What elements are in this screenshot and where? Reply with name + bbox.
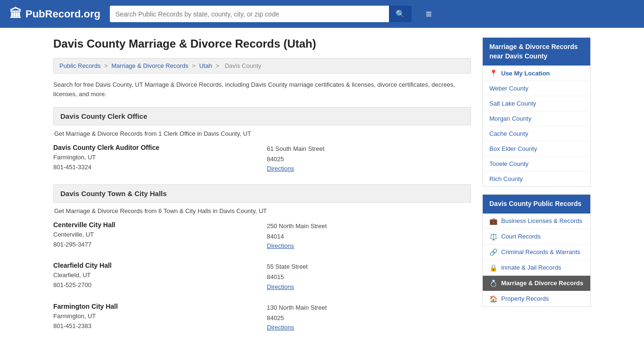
court-records-link[interactable]: Court Records bbox=[501, 233, 541, 240]
sidebar-item-box-elder[interactable]: Box Elder County bbox=[483, 141, 590, 156]
search-button[interactable]: 🔍 bbox=[389, 6, 412, 22]
criminal-icon: 🔗 bbox=[489, 248, 497, 256]
record-entry-farmington: Farmington City Hall Farmington, UT 801-… bbox=[53, 303, 471, 333]
clerk-auditor-city: Farmington, UT bbox=[53, 152, 257, 163]
logo[interactable]: 🏛 PubRecord.org bbox=[9, 7, 100, 21]
property-icon: 🏠 bbox=[489, 295, 497, 303]
morgan-county-link[interactable]: Morgan County bbox=[489, 115, 531, 122]
public-records-box: Davis County Public Records 💼 Business L… bbox=[482, 194, 591, 307]
sidebar-item-criminal[interactable]: 🔗 Criminal Records & Warrants bbox=[483, 245, 590, 260]
clerk-office-header: Davis County Clerk Office bbox=[53, 107, 471, 125]
sidebar-item-tooele[interactable]: Tooele County bbox=[483, 156, 590, 172]
breadcrumb: Public Records > Marriage & Divorce Reco… bbox=[53, 58, 471, 74]
centerville-hall-name: Centerville City Hall bbox=[53, 221, 257, 229]
town-halls-header: Davis County Town & City Halls bbox=[53, 184, 471, 203]
sidebar-item-property[interactable]: 🏠 Property Records bbox=[483, 291, 590, 306]
marriage-records-label: Marriage & Divorce Records bbox=[501, 280, 583, 287]
sidebar-item-salt-lake[interactable]: Salt Lake County bbox=[483, 96, 590, 111]
clearfield-hall-city: Clearfield, UT bbox=[53, 270, 257, 280]
salt-lake-county-link[interactable]: Salt Lake County bbox=[489, 100, 536, 107]
inmate-icon: 🔒 bbox=[489, 264, 497, 272]
breadcrumb-sep-3: > bbox=[216, 62, 221, 69]
logo-icon: 🏛 bbox=[9, 7, 22, 21]
clerk-auditor-directions[interactable]: Directions bbox=[267, 165, 294, 172]
centerville-hall-phone: 801-295-3477 bbox=[53, 241, 257, 248]
content-area: Davis County Marriage & Divorce Records … bbox=[53, 37, 471, 343]
breadcrumb-sep-2: > bbox=[192, 62, 197, 69]
breadcrumb-utah[interactable]: Utah bbox=[199, 62, 212, 69]
farmington-hall-zip: 84025 bbox=[267, 313, 471, 323]
tooele-county-link[interactable]: Tooele County bbox=[489, 160, 528, 167]
sidebar-item-business[interactable]: 💼 Business Licenses & Records bbox=[483, 214, 590, 229]
location-icon: 📍 bbox=[489, 69, 497, 77]
logo-text: PubRecord.org bbox=[25, 8, 100, 20]
centerville-hall-zip: 84014 bbox=[267, 231, 471, 242]
weber-county-link[interactable]: Weber County bbox=[489, 85, 528, 92]
breadcrumb-public-records[interactable]: Public Records bbox=[59, 62, 100, 69]
sidebar-item-cache[interactable]: Cache County bbox=[483, 126, 590, 141]
clearfield-hall-directions[interactable]: Directions bbox=[267, 283, 294, 290]
town-halls-desc: Get Marriage & Divorce Records from 6 To… bbox=[53, 207, 471, 214]
sidebar-item-morgan[interactable]: Morgan County bbox=[483, 111, 590, 126]
sidebar-item-marriage[interactable]: 💍 Marriage & Divorce Records bbox=[483, 276, 590, 291]
use-location-link[interactable]: Use My Location bbox=[501, 70, 550, 77]
clearfield-hall-street: 55 State Street bbox=[267, 262, 471, 272]
nearby-box: Marriage & Divorce Records near Davis Co… bbox=[482, 37, 591, 187]
property-records-link[interactable]: Property Records bbox=[501, 295, 549, 302]
record-entry-clerk-auditor: Davis County Clerk Auditor Office Farmin… bbox=[53, 144, 471, 174]
inmate-records-link[interactable]: Inmate & Jail Records bbox=[501, 264, 561, 271]
sidebar: Marriage & Divorce Records near Davis Co… bbox=[482, 37, 591, 343]
clearfield-hall-name: Clearfield City Hall bbox=[53, 262, 257, 269]
centerville-hall-directions[interactable]: Directions bbox=[267, 242, 294, 249]
sidebar-item-court[interactable]: ⚖️ Court Records bbox=[483, 229, 590, 245]
nearby-header: Marriage & Divorce Records near Davis Co… bbox=[483, 38, 590, 66]
clerk-office-desc: Get Marriage & Divorce Records from 1 Cl… bbox=[53, 130, 471, 137]
farmington-hall-name: Farmington City Hall bbox=[53, 303, 257, 310]
marriage-icon: 💍 bbox=[489, 280, 497, 287]
clearfield-hall-phone: 801-525-2700 bbox=[53, 281, 257, 288]
criminal-records-link[interactable]: Criminal Records & Warrants bbox=[501, 248, 580, 255]
search-bar: 🔍 bbox=[110, 6, 412, 22]
clerk-auditor-phone: 801-451-3324 bbox=[53, 164, 257, 171]
clearfield-hall-zip: 84015 bbox=[267, 272, 471, 282]
farmington-hall-city: Farmington, UT bbox=[53, 311, 257, 321]
centerville-hall-city: Centerville, UT bbox=[53, 230, 257, 240]
menu-icon: ≡ bbox=[426, 8, 432, 20]
box-elder-county-link[interactable]: Box Elder County bbox=[489, 145, 537, 152]
record-entry-centerville: Centerville City Hall Centerville, UT 80… bbox=[53, 221, 471, 251]
clerk-auditor-name: Davis County Clerk Auditor Office bbox=[53, 144, 257, 151]
farmington-hall-phone: 801-451-2383 bbox=[53, 322, 257, 329]
farmington-hall-street: 130 North Main Street bbox=[267, 303, 471, 313]
site-header: 🏛 PubRecord.org 🔍 ≡ bbox=[0, 0, 644, 28]
page-description: Search for free Davis County, UT Marriag… bbox=[53, 80, 471, 99]
sidebar-item-weber[interactable]: Weber County bbox=[483, 81, 590, 96]
use-my-location[interactable]: 📍 Use My Location bbox=[483, 66, 590, 81]
search-input[interactable] bbox=[110, 6, 389, 22]
cache-county-link[interactable]: Cache County bbox=[489, 130, 528, 137]
search-icon: 🔍 bbox=[396, 10, 405, 18]
breadcrumb-marriage-records[interactable]: Marriage & Divorce Records bbox=[111, 62, 188, 69]
public-records-header: Davis County Public Records bbox=[483, 195, 590, 214]
court-icon: ⚖️ bbox=[489, 233, 497, 240]
farmington-hall-directions[interactable]: Directions bbox=[267, 324, 294, 331]
centerville-hall-street: 250 North Main Street bbox=[267, 221, 471, 231]
clerk-auditor-zip: 84025 bbox=[267, 154, 471, 165]
main-container: Davis County Marriage & Divorce Records … bbox=[44, 28, 600, 343]
rich-county-link[interactable]: Rich County bbox=[489, 175, 523, 182]
menu-button[interactable]: ≡ bbox=[426, 8, 432, 20]
page-title: Davis County Marriage & Divorce Records … bbox=[53, 37, 471, 50]
breadcrumb-davis-county: Davis County bbox=[225, 62, 261, 69]
breadcrumb-sep-1: > bbox=[104, 62, 109, 69]
sidebar-item-rich[interactable]: Rich County bbox=[483, 172, 590, 186]
sidebar-item-inmate[interactable]: 🔒 Inmate & Jail Records bbox=[483, 260, 590, 276]
clerk-auditor-street: 61 South Main Street bbox=[267, 144, 471, 154]
business-icon: 💼 bbox=[489, 217, 497, 225]
business-licenses-link[interactable]: Business Licenses & Records bbox=[501, 217, 582, 224]
record-entry-clearfield: Clearfield City Hall Clearfield, UT 801-… bbox=[53, 262, 471, 292]
